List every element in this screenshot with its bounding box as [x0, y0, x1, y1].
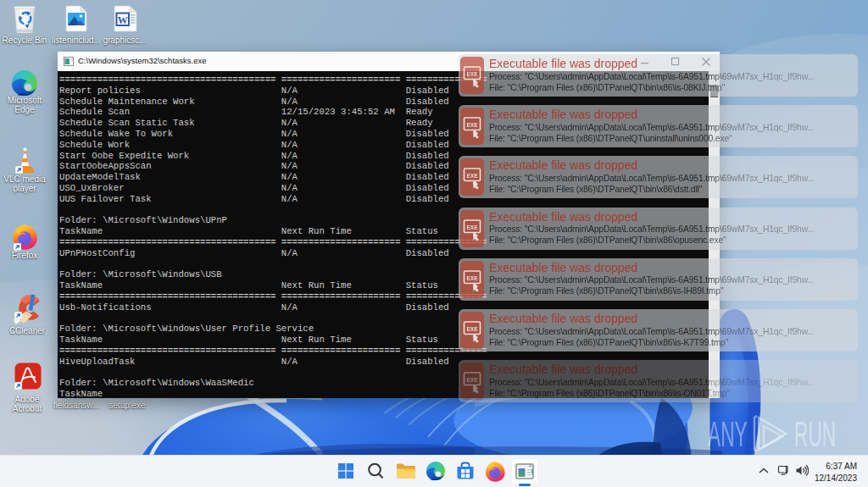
- svg-text:EXE: EXE: [466, 326, 478, 332]
- svg-text:EXE: EXE: [466, 377, 478, 383]
- svg-text:EXE: EXE: [466, 173, 478, 179]
- svg-text:EXE: EXE: [466, 71, 478, 77]
- svg-text:W: W: [118, 14, 128, 26]
- svg-text:EXE: EXE: [466, 274, 478, 280]
- svg-text:EXE: EXE: [466, 224, 478, 230]
- svg-text:EXE: EXE: [466, 122, 478, 128]
